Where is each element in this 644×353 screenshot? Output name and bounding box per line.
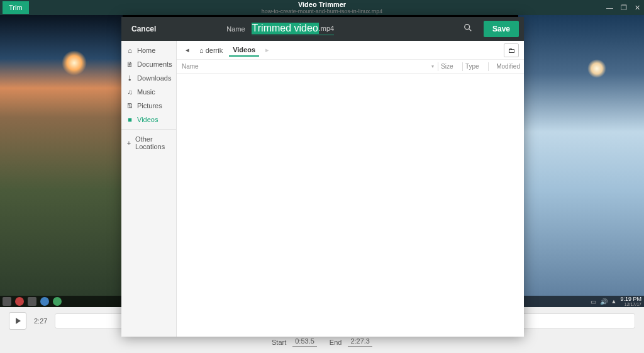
filename-extension: .mp4 — [319, 25, 334, 32]
file-list[interactable] — [177, 74, 524, 337]
new-folder-icon: 🗀 — [508, 47, 515, 54]
titlebar-center: Video Trimmer how-to-create-mount-and-bu… — [262, 1, 383, 14]
column-size[interactable]: Size — [438, 63, 462, 70]
svg-point-0 — [465, 25, 470, 30]
filename-section: Name Trimmed video.mp4 — [226, 23, 334, 35]
download-icon: ⭳ — [126, 74, 133, 82]
window-controls: — ❐ ✕ — [606, 4, 640, 12]
path-crumb-label: derrik — [206, 47, 223, 54]
sidebar-item-documents[interactable]: 🗎 Documents — [121, 57, 176, 71]
plus-icon: + — [126, 139, 131, 147]
filename-selected-text: Trimmed video — [252, 23, 319, 34]
end-value-input[interactable]: 2:27.3 — [348, 337, 372, 347]
save-button[interactable]: Save — [484, 21, 519, 37]
path-crumb-home[interactable]: ⌂ derrik — [196, 45, 226, 56]
svg-line-1 — [469, 29, 472, 31]
window-titlebar: Trim Video Trimmer how-to-create-mount-a… — [0, 0, 644, 15]
music-icon: ♫ — [126, 88, 133, 96]
trim-range-row: Start 0:53.5 End 2:27.3 — [0, 335, 644, 349]
trim-button[interactable]: Trim — [3, 1, 29, 14]
maximize-button[interactable]: ❐ — [621, 4, 627, 12]
path-bar: ◂ ⌂ derrik Videos ▸ 🗀 — [177, 41, 524, 60]
search-icon[interactable] — [458, 21, 477, 37]
minimize-button[interactable]: — — [606, 4, 613, 12]
name-label: Name — [226, 25, 245, 33]
sidebar-item-downloads[interactable]: ⭳ Downloads — [121, 71, 176, 85]
document-icon: 🗎 — [126, 60, 133, 68]
up-arrow-icon: ▲ — [611, 298, 617, 305]
home-icon: ⌂ — [199, 47, 204, 54]
path-forward-button[interactable]: ▸ — [262, 44, 273, 56]
tray-icon: ▭ — [591, 298, 596, 305]
window-title: Video Trimmer — [262, 1, 383, 8]
sidebar-item-music[interactable]: ♫ Music — [121, 85, 176, 99]
video-frame-right: ▭ 🔊 ▲ 9:19 PM 12/17/17 — [518, 15, 644, 307]
volume-icon: 🔊 — [600, 298, 608, 305]
column-modified[interactable]: Modified — [489, 63, 520, 70]
sidebar-item-other-locations[interactable]: + Other Locations — [121, 132, 176, 154]
taskbar-icon — [15, 297, 24, 306]
path-crumb-label: Videos — [233, 46, 255, 53]
sidebar-item-label: Music — [137, 88, 155, 96]
desktop-taskbar-left — [0, 296, 123, 307]
cancel-button[interactable]: Cancel — [126, 22, 161, 36]
current-time: 2:27 — [34, 317, 47, 325]
desktop-taskbar-right: ▭ 🔊 ▲ 9:19 PM 12/17/17 — [518, 296, 644, 307]
sidebar-separator — [121, 129, 176, 130]
sidebar-item-videos[interactable]: ■ Videos — [121, 113, 176, 126]
video-icon: ■ — [126, 116, 133, 123]
column-name[interactable]: Name — [177, 63, 428, 70]
dialog-body: ⌂ Home 🗎 Documents ⭳ Downloads ♫ Music 🖻… — [121, 41, 524, 337]
start-value-input[interactable]: 0:53.5 — [292, 337, 317, 347]
play-icon — [16, 318, 21, 324]
column-headers: Name ▾ Size Type Modified — [177, 60, 524, 74]
file-save-dialog: Cancel Name Trimmed video.mp4 Save ⌂ Hom… — [121, 17, 524, 337]
file-browser-area: ◂ ⌂ derrik Videos ▸ 🗀 Name ▾ Size — [177, 41, 524, 337]
taskbar-clock: 9:19 PM 12/17/17 — [620, 296, 641, 306]
sidebar-item-label: Home — [137, 47, 155, 54]
column-type[interactable]: Type — [463, 63, 488, 70]
start-label: Start — [272, 339, 286, 346]
new-folder-button[interactable]: 🗀 — [504, 43, 519, 57]
picture-icon: 🖻 — [126, 102, 133, 109]
taskbar-icon — [40, 297, 49, 306]
sidebar-item-label: Documents — [137, 60, 172, 68]
sidebar-item-label: Other Locations — [135, 135, 171, 150]
places-sidebar: ⌂ Home 🗎 Documents ⭳ Downloads ♫ Music 🖻… — [121, 41, 177, 337]
sidebar-item-pictures[interactable]: 🖻 Pictures — [121, 99, 176, 113]
filename-input[interactable]: Trimmed video.mp4 — [252, 23, 335, 35]
play-button[interactable] — [9, 312, 26, 330]
taskbar-icon — [28, 297, 36, 306]
sidebar-item-home[interactable]: ⌂ Home — [121, 43, 176, 57]
window-subtitle: how-to-create-mount-and-burn-isos-in-lin… — [262, 8, 383, 14]
home-icon: ⌂ — [126, 47, 133, 54]
video-frame-left — [0, 15, 123, 307]
taskbar-icon — [53, 297, 62, 306]
sort-indicator-icon[interactable]: ▾ — [428, 64, 438, 69]
path-crumb-current[interactable]: Videos — [229, 44, 259, 57]
taskbar-icon — [3, 297, 11, 306]
sidebar-item-label: Pictures — [137, 102, 162, 109]
end-label: End — [330, 339, 342, 346]
sidebar-item-label: Downloads — [137, 74, 171, 82]
path-back-button[interactable]: ◂ — [182, 44, 193, 56]
sidebar-item-label: Videos — [137, 116, 158, 123]
dialog-header: Cancel Name Trimmed video.mp4 Save — [121, 17, 524, 41]
close-button[interactable]: ✕ — [635, 4, 640, 12]
